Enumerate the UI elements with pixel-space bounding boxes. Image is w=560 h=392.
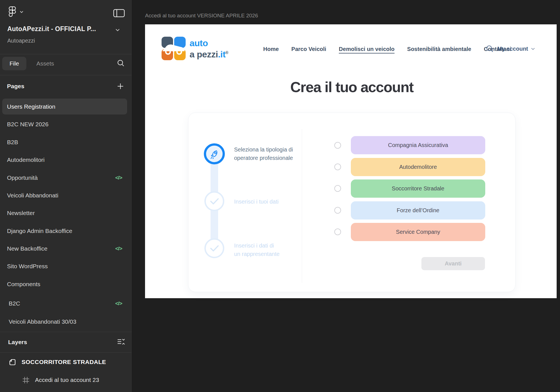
sidebar-page-veicoli-abbandonati-3003[interactable]: Veicoli Abbandonati 30/03 xyxy=(2,314,127,330)
tab-assets[interactable]: Assets xyxy=(29,57,61,70)
step-1-circle xyxy=(204,143,225,164)
step-1-label: Seleziona la tipologia di operatore prof… xyxy=(234,145,293,162)
option-autodemolitore[interactable]: Autodemolitore xyxy=(351,158,485,176)
sidebar-page-components[interactable]: Components xyxy=(2,276,127,292)
radio-soccorritore-stradale[interactable] xyxy=(334,185,341,192)
check-icon xyxy=(210,198,219,205)
design-canvas[interactable]: Accedi al tuo account VERSIONE APRILE 20… xyxy=(132,0,560,392)
chevron-down-icon xyxy=(531,48,535,50)
code-icon: </> xyxy=(115,300,122,307)
code-icon: </> xyxy=(115,175,122,181)
autoapezzi-logo-icon xyxy=(162,37,186,60)
sidebar-page-b2c-new-2026[interactable]: B2C NEW 2026 xyxy=(2,116,127,132)
section-icon xyxy=(9,359,16,366)
toggle-sidebar-icon[interactable] xyxy=(113,9,125,17)
radio-compagnia-assicurativa[interactable] xyxy=(334,142,341,149)
frame-label[interactable]: Accedi al tuo account VERSIONE APRILE 20… xyxy=(145,13,258,19)
design-frame: auto a pezzi.it® Home Parco Veicoli Demo… xyxy=(145,24,557,298)
site-nav: Home Parco Veicoli Demolisci un veicolo … xyxy=(263,45,511,53)
my-account-menu[interactable]: My account xyxy=(497,46,535,52)
code-icon: </> xyxy=(115,246,122,252)
nav-home[interactable]: Home xyxy=(263,46,279,52)
sidebar-page-b2c[interactable]: B2C</> xyxy=(2,295,127,311)
layer-soccorritore-stradale[interactable]: SOCCORRITORE STRADALE xyxy=(0,354,132,370)
site-search-icon[interactable] xyxy=(486,45,493,52)
registration-card: Seleziona la tipologia di operatore prof… xyxy=(188,113,515,292)
sidebar-page-users-registration[interactable]: Users Registration xyxy=(2,99,127,115)
frame-icon xyxy=(23,377,29,383)
sidebar-page-newsletter[interactable]: Newsletter xyxy=(2,205,127,221)
layers-header: Layers xyxy=(8,339,27,346)
pages-header: Pages xyxy=(7,83,24,90)
option-compagnia-assicurativa[interactable]: Compagnia Assicurativa xyxy=(351,136,485,154)
radio-forze-dellordine[interactable] xyxy=(334,207,341,214)
search-icon[interactable] xyxy=(117,59,125,67)
add-page-icon[interactable] xyxy=(117,83,124,90)
sidebar-page-autodemolitori[interactable]: Autodemolitori xyxy=(2,152,127,168)
nav-sostenibilita-ambientale[interactable]: Sostenibilità ambientale xyxy=(407,46,471,52)
figma-logo-icon[interactable] xyxy=(7,6,17,17)
divider xyxy=(0,352,132,353)
divider xyxy=(302,129,302,283)
page-title: Crea il tuo account xyxy=(188,79,515,95)
nav-demolisci-un-veicolo[interactable]: Demolisci un veicolo xyxy=(339,46,395,52)
collapse-layers-icon[interactable] xyxy=(117,338,125,346)
sidebar-page-opportunita[interactable]: Opportunità</> xyxy=(2,170,127,186)
divider xyxy=(0,54,132,54)
layer-accedi-al-tuo-account-23[interactable]: Accedi al tuo account 23 xyxy=(0,372,132,388)
chevron-down-icon[interactable] xyxy=(20,11,24,13)
option-forze-dellordine[interactable]: Forze dell’Ordine xyxy=(351,201,485,220)
radio-autodemolitore[interactable] xyxy=(334,164,341,170)
check-icon xyxy=(210,245,219,252)
avanti-button[interactable]: Avanti xyxy=(421,257,485,270)
radio-service-company[interactable] xyxy=(334,228,341,235)
nav-parco-veicoli[interactable]: Parco Veicoli xyxy=(291,46,326,52)
option-service-company[interactable]: Service Company xyxy=(351,223,485,241)
step-3-circle xyxy=(204,238,224,258)
sidebar-page-django-admin-backoffice[interactable]: Django Admin Backoffice xyxy=(2,223,127,239)
step-3-label: Inserisci i dati di un rappresentante xyxy=(234,241,279,258)
autoapezzi-logo-text: auto a pezzi.it® xyxy=(190,38,228,59)
rocket-icon xyxy=(209,149,220,159)
sidebar-page-b2b[interactable]: B2B xyxy=(2,134,127,150)
project-name: Autoapezzi xyxy=(7,38,35,44)
sidebar: AutoAPezzi.it - OFFICIAL P... Autoapezzi… xyxy=(0,0,132,392)
step-2-label: Inserisci i tuoi dati xyxy=(234,197,279,206)
chevron-down-icon[interactable] xyxy=(115,29,120,31)
tab-file[interactable]: File xyxy=(2,57,26,70)
sidebar-page-veicoli-abbandonati[interactable]: Veicoli Abbandonati xyxy=(2,187,127,203)
figma-app: AutoAPezzi.it - OFFICIAL P... Autoapezzi… xyxy=(0,0,560,392)
file-title[interactable]: AutoAPezzi.it - OFFICIAL P... xyxy=(7,25,96,33)
divider xyxy=(0,75,132,75)
sidebar-page-new-backoffice[interactable]: New Backoffice</> xyxy=(2,241,127,256)
step-2-circle xyxy=(204,191,224,211)
sidebar-page-sito-wordpress[interactable]: Sito WordPress xyxy=(2,258,127,274)
option-soccorritore-stradale[interactable]: Soccorritore Stradale xyxy=(351,179,485,198)
divider xyxy=(0,332,132,332)
